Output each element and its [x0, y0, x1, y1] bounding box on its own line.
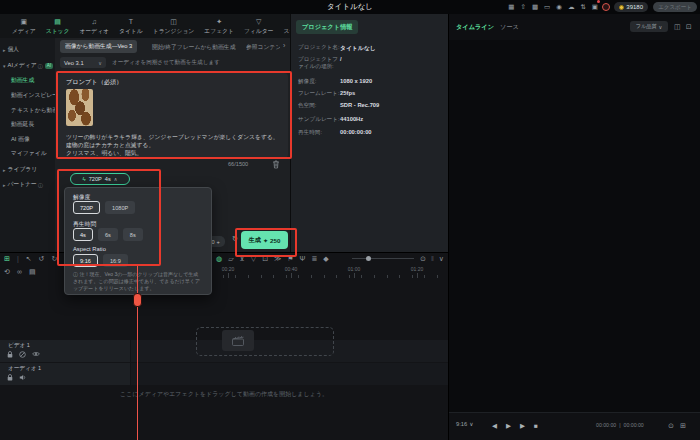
aspect-9-16-button[interactable]: 9:16: [73, 254, 98, 267]
sidebar-item-ai-image[interactable]: AI 画像: [0, 133, 55, 146]
preview-right-icons: ⊙⊞: [668, 420, 686, 432]
preview-viewport: [449, 40, 700, 412]
duration-8s-button[interactable]: 8s: [123, 228, 143, 241]
speaker-icon[interactable]: [19, 374, 27, 381]
gift-icon[interactable]: ▣: [592, 1, 598, 13]
mode-tab-frames-to-video[interactable]: 開始/終了フレームから動画生成: [152, 43, 235, 52]
audio-track-lane[interactable]: [131, 363, 448, 385]
clapperboard-icon: [232, 336, 244, 346]
tab-titles[interactable]: Tタイトル: [115, 14, 147, 38]
track-options-icon[interactable]: ∨: [439, 253, 444, 265]
media-bin-icon[interactable]: ⊞: [4, 253, 10, 265]
previous-frame-icon[interactable]: ◀: [492, 420, 497, 432]
audio-track-header[interactable]: オーディオ 1: [0, 363, 130, 385]
resources-icon[interactable]: ▩: [532, 1, 538, 13]
fit-timeline-icon[interactable]: ⊙: [420, 253, 426, 265]
speed-icon[interactable]: ≫: [274, 253, 281, 265]
sidebar-item-personal[interactable]: ▸個人: [0, 43, 55, 56]
refresh-credits-icon[interactable]: ↻: [232, 235, 238, 243]
crop-icon[interactable]: ⊡: [262, 253, 268, 265]
trash-icon[interactable]: [272, 160, 280, 169]
mode-tab-image-to-video[interactable]: 画像から動画生成—Veo 3: [60, 40, 137, 53]
tab-timeline[interactable]: タイムライン: [456, 23, 494, 32]
split-icon[interactable]: ⊻: [240, 253, 245, 265]
undo-icon[interactable]: ↺: [39, 253, 45, 265]
sidebar-item-text-to-video[interactable]: テキストから動画...: [0, 104, 55, 117]
display-icon[interactable]: ▭: [544, 1, 550, 13]
mic-icon[interactable]: Ψ: [300, 253, 306, 265]
tab-effects[interactable]: ✦エフェクト: [200, 14, 238, 38]
timeline-zoom-slider[interactable]: [352, 258, 414, 259]
snapshot-icon[interactable]: ◉: [556, 1, 562, 13]
play-icon[interactable]: ▶: [506, 420, 511, 432]
clip-placeholder: [222, 330, 254, 351]
resolution-720p-button[interactable]: 720P: [73, 201, 100, 214]
edit-icon[interactable]: ▱: [228, 253, 233, 265]
fullscreen-icon[interactable]: ⊞: [680, 420, 686, 432]
export-button[interactable]: エクスポート: [653, 2, 697, 12]
tab-filters[interactable]: ▽フィルター: [240, 14, 278, 38]
credits-badge[interactable]: 39180: [614, 2, 648, 12]
adjust-layout-icon[interactable]: ◫: [674, 21, 681, 33]
ruler-tick: [298, 275, 299, 278]
sidebar-item-video-inspiration[interactable]: 動画インスピレー...: [0, 89, 55, 102]
tab-stock[interactable]: ▤ストック: [42, 14, 74, 38]
tab-audio[interactable]: ♫オーディオ: [75, 14, 113, 38]
delete-icon[interactable]: ▽: [251, 253, 256, 265]
mute-track-icon[interactable]: [19, 351, 26, 358]
keyframe-icon[interactable]: ◆: [323, 253, 328, 265]
resolution-1080p-button[interactable]: 1080P: [105, 201, 135, 214]
sidebar-item-partner[interactable]: ▸パートナーⓘ: [0, 178, 55, 191]
playback-quality-select[interactable]: フル品質 ∨: [630, 21, 668, 32]
ruler-tick: [223, 275, 224, 278]
redo-icon[interactable]: ↻: [51, 253, 57, 265]
generation-settings-pill[interactable]: ϟ 720P 4s ∧: [70, 173, 130, 185]
ruler-tick: [374, 275, 375, 278]
lock-icon[interactable]: [7, 351, 13, 358]
chevron-up-icon: ∧: [114, 174, 118, 184]
fast-mode-icon: ϟ: [83, 174, 86, 184]
duration-6s-button[interactable]: 6s: [98, 228, 118, 241]
sidebar-item-my-files[interactable]: マイファイル: [0, 147, 55, 160]
canvas-aspect-select[interactable]: 9:16 ∨: [456, 421, 474, 427]
mode-tabs-scroll-arrow[interactable]: ›: [283, 42, 285, 49]
sidebar-item-library[interactable]: ▸ライブラリ: [0, 163, 55, 176]
screen-record-button[interactable]: [602, 3, 610, 11]
total-time: 00:00:00: [624, 422, 644, 428]
share-icon[interactable]: ⇧: [520, 1, 525, 13]
lock-icon[interactable]: [7, 374, 13, 381]
mixer-icon[interactable]: ≣: [311, 253, 317, 265]
zoom-slider-knob[interactable]: [366, 256, 371, 261]
playback-controls: ◀▶▶■: [492, 420, 538, 432]
marker-icon[interactable]: ⚑: [287, 253, 293, 265]
aspect-16-9-button[interactable]: 16:9: [103, 254, 128, 267]
generate-button[interactable]: 生成 ✦ 250: [241, 231, 288, 249]
snapshot-icon[interactable]: ⊙: [668, 420, 674, 432]
sidebar-item-ai-media[interactable]: ▾AIメディアⓘAI: [0, 59, 55, 72]
ruler-tick: [336, 275, 337, 278]
mode-tab-reference-content[interactable]: 参照コンテンツ: [246, 43, 280, 52]
model-select[interactable]: Veo 3.1 ∨: [60, 57, 106, 68]
stop-icon[interactable]: ■: [534, 420, 538, 432]
ai-audio-icon[interactable]: ◍: [216, 253, 222, 265]
playhead-handle[interactable]: [133, 293, 142, 307]
duration-4s-button[interactable]: 4s: [73, 228, 93, 241]
expand-panel-icon[interactable]: ⊡: [686, 21, 692, 33]
ruler-timestamp: 00:20: [216, 266, 240, 272]
workspace-icon[interactable]: ▦: [508, 1, 514, 13]
import-export-icon[interactable]: ⇅: [580, 1, 585, 13]
timeline-drop-zone[interactable]: [196, 327, 334, 356]
sidebar-item-video-generation[interactable]: 動画生成: [0, 74, 55, 87]
video-track-header[interactable]: ビデオ 1: [0, 340, 130, 362]
sidebar-item-video-extension[interactable]: 動画延長: [0, 118, 55, 131]
tab-label: フィルター: [244, 27, 274, 35]
tab-transition[interactable]: ◫トランジション: [149, 14, 199, 38]
playhead-line[interactable]: [137, 264, 138, 440]
next-frame-icon[interactable]: ▶: [520, 420, 525, 432]
select-tool-icon[interactable]: ↖: [26, 253, 32, 265]
prompt-image-thumbnail[interactable]: [66, 89, 93, 126]
tab-media[interactable]: ▣メディア: [8, 14, 40, 38]
eye-icon[interactable]: [32, 351, 40, 357]
tab-source[interactable]: ソース: [500, 23, 519, 32]
cloud-icon[interactable]: ☁: [568, 1, 575, 13]
